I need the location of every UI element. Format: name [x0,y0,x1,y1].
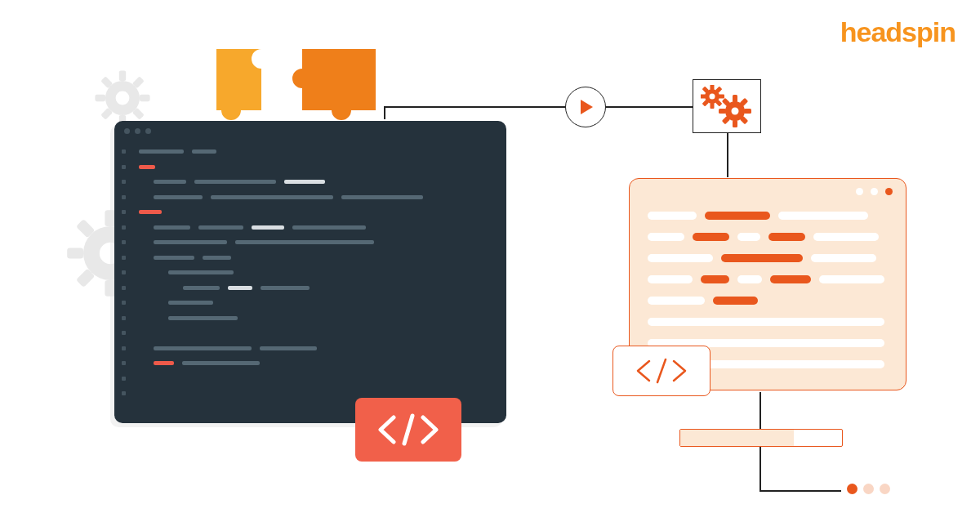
svg-rect-13 [67,248,83,258]
play-button[interactable] [565,87,606,127]
svg-point-9 [116,91,130,105]
svg-line-40 [404,416,412,444]
connector-line [384,106,385,119]
window-controls [114,121,506,142]
svg-rect-23 [701,95,706,99]
dot-indicator [880,484,890,494]
dot-indicator [847,484,858,494]
svg-point-29 [710,94,715,100]
svg-rect-31 [733,95,737,102]
play-icon [581,100,593,114]
window-dot [135,128,140,134]
gear-icon [94,69,151,127]
window-controls [630,179,906,203]
pagination-dots [847,484,890,494]
code-tag-box [612,346,710,396]
brand-logo: headspin [840,16,956,48]
svg-rect-34 [744,109,751,114]
window-dot [145,128,151,134]
connector-line [727,133,728,177]
code-content [132,146,506,419]
gears-box [693,79,761,133]
dot-indicator [863,484,874,494]
connector-line [760,392,761,430]
svg-point-39 [732,108,739,115]
window-dot [871,188,878,195]
svg-rect-24 [719,95,724,99]
code-icon [376,409,441,450]
svg-rect-3 [95,95,105,101]
connector-line [760,446,761,491]
code-icon [633,355,690,387]
svg-rect-4 [140,95,150,101]
svg-rect-1 [119,70,126,81]
svg-line-41 [657,359,666,382]
window-dot [124,128,130,134]
code-badge [355,398,461,462]
connector-line [760,490,841,492]
svg-rect-22 [710,103,715,109]
progress-fill [680,430,794,446]
line-gutter [114,146,132,419]
window-dot [885,188,893,195]
puzzle-icon [208,33,388,126]
window-dot [856,188,863,195]
progress-bar [679,429,843,447]
gears-icon [701,85,753,127]
connector-line [384,106,567,108]
svg-rect-33 [719,109,726,114]
code-editor-window [114,121,506,423]
svg-rect-32 [733,120,737,127]
connector-line [604,106,694,108]
svg-rect-21 [710,85,715,90]
